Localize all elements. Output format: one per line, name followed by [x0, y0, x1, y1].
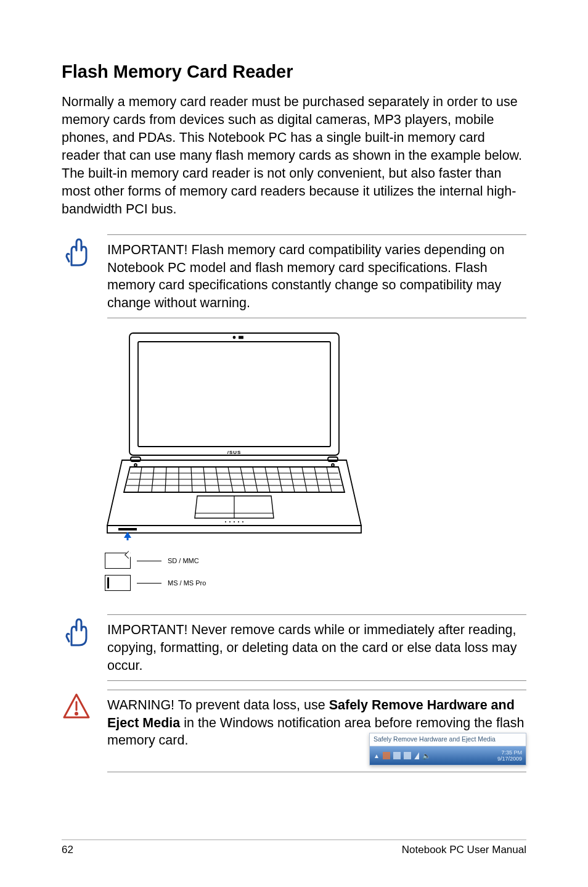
warning-prefix: WARNING! To prevent data loss, use — [107, 698, 329, 712]
svg-point-34 — [242, 521, 243, 522]
warning-text: WARNING! To prevent data loss, use Safel… — [107, 690, 526, 772]
card-legend: SD / MMC MS / MS Pro — [105, 553, 526, 591]
svg-rect-0 — [129, 333, 339, 455]
important-callout-1: IMPORTANT! Flash memory card compatibili… — [62, 234, 526, 318]
svg-rect-36 — [118, 528, 137, 530]
svg-point-30 — [225, 521, 226, 522]
page-footer: 62 Notebook PC User Manual — [62, 840, 526, 856]
section-heading: Flash Memory Card Reader — [62, 62, 526, 82]
device-icon — [404, 752, 411, 759]
warning-callout: WARNING! To prevent data loss, use Safel… — [62, 690, 526, 772]
network-icon — [393, 752, 401, 759]
svg-rect-5 — [131, 457, 141, 461]
ms-label: MS / MS Pro — [168, 576, 206, 590]
svg-rect-35 — [107, 526, 361, 533]
important-callout-2: IMPORTANT! Never remove cards while or i… — [62, 614, 526, 681]
speaker-icon: 🔈 — [422, 751, 431, 761]
tray-time: 7:35 PM — [497, 749, 522, 756]
svg-point-31 — [229, 521, 231, 522]
svg-rect-6 — [328, 457, 338, 461]
sd-label: SD / MMC — [168, 553, 199, 568]
sd-card-icon — [105, 553, 131, 569]
svg-point-33 — [238, 521, 239, 522]
chevron-up-icon: ▲ — [374, 752, 380, 760]
system-tray-screenshot: Safely Remove Hardware and Eject Media ▲… — [369, 733, 526, 765]
warning-icon — [62, 690, 91, 723]
hand-icon — [62, 614, 91, 648]
svg-point-32 — [234, 521, 235, 522]
legend-connector-line — [137, 583, 161, 584]
laptop-diagram: /SUS — [105, 331, 364, 540]
hand-icon — [62, 234, 91, 268]
important-2-text: IMPORTANT! Never remove cards while or i… — [107, 614, 526, 681]
svg-point-2 — [234, 337, 235, 339]
ms-card-icon — [105, 575, 131, 591]
svg-rect-3 — [239, 337, 243, 339]
legend-connector-line — [137, 561, 161, 561]
svg-point-41 — [76, 713, 78, 715]
tray-date: 9/17/2009 — [497, 756, 522, 762]
svg-point-7 — [134, 464, 137, 466]
sd-card-item: SD / MMC — [105, 553, 526, 569]
page-number: 62 — [62, 844, 73, 856]
svg-text:/SUS: /SUS — [227, 450, 242, 455]
intro-paragraph: Normally a memory card reader must be pu… — [62, 93, 526, 218]
action-center-icon — [383, 752, 390, 759]
taskbar-tray: ▲ 🔈 7:35 PM 9/17/2009 — [370, 746, 526, 765]
svg-rect-1 — [138, 342, 330, 447]
manual-title: Notebook PC User Manual — [402, 844, 526, 856]
tray-tooltip-text: Safely Remove Hardware and Eject Media — [370, 733, 526, 746]
important-1-text: IMPORTANT! Flash memory card compatibili… — [107, 234, 526, 318]
ms-card-item: MS / MS Pro — [105, 575, 526, 591]
volume-icon — [414, 752, 419, 759]
svg-point-8 — [332, 464, 334, 466]
